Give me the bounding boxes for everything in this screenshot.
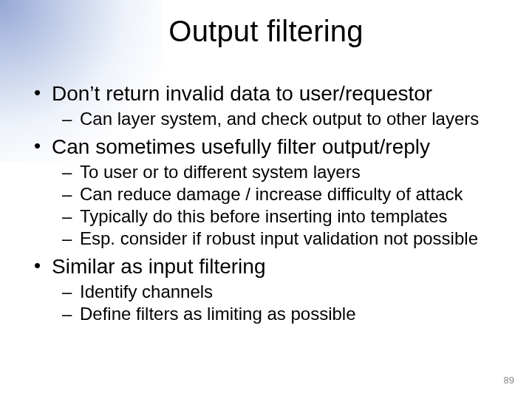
sub-bullet-item: To user or to different system layers	[59, 161, 502, 183]
slide-body: Don’t return invalid data to user/reques…	[30, 80, 502, 330]
page-number: 89	[504, 375, 514, 386]
sub-bullet-item: Identify channels	[59, 281, 502, 303]
sub-bullet-item: Typically do this before inserting into …	[59, 205, 502, 228]
bullet-list: Don’t return invalid data to user/reques…	[30, 81, 502, 325]
sub-bullet-list: To user or to different system layers Ca…	[52, 161, 502, 250]
bullet-text: Don’t return invalid data to user/reques…	[52, 82, 432, 105]
sub-bullet-item: Define filters as limiting as possible	[59, 303, 502, 325]
sub-bullet-item: Esp. consider if robust input validation…	[59, 228, 502, 250]
bullet-item: Don’t return invalid data to user/reques…	[30, 81, 502, 130]
slide: Output filtering Don’t return invalid da…	[0, 0, 532, 399]
bullet-text: Similar as input filtering	[52, 255, 265, 278]
sub-bullet-item: Can layer system, and check output to ot…	[59, 108, 502, 130]
sub-bullet-list: Identify channels Define filters as limi…	[52, 281, 502, 325]
bullet-item: Can sometimes usefully filter output/rep…	[30, 134, 502, 250]
bullet-item: Similar as input filtering Identify chan…	[30, 254, 502, 325]
bullet-text: Can sometimes usefully filter output/rep…	[52, 135, 430, 158]
sub-bullet-list: Can layer system, and check output to ot…	[52, 108, 502, 130]
sub-bullet-item: Can reduce damage / increase difficulty …	[59, 183, 502, 205]
slide-title: Output filtering	[0, 15, 532, 48]
